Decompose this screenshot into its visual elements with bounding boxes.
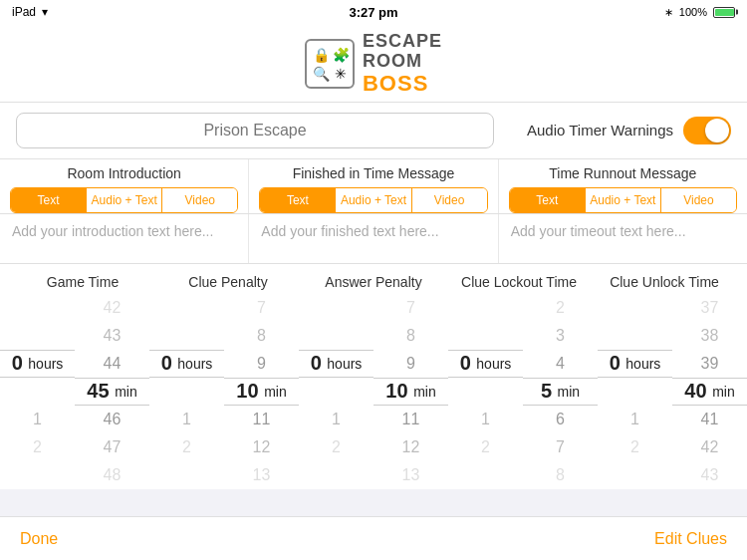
timer-header-4: Clue Unlock Time — [592, 274, 737, 290]
min-val-1-5: 12 — [224, 433, 299, 461]
picker-col-3[interactable]: 0 hours122345 min678 — [448, 294, 598, 489]
status-right: ∗ 100% — [664, 6, 735, 19]
hour-val-3-6 — [448, 461, 523, 489]
min-val-4-0: 37 — [672, 294, 747, 322]
room-name-input[interactable] — [16, 113, 494, 148]
hour-val-1-6 — [149, 461, 224, 489]
hour-val-2-6 — [299, 461, 374, 489]
min-val-0-1: 43 — [75, 322, 149, 350]
hour-val-2-5: 2 — [299, 433, 374, 461]
min-drum-1[interactable]: 78910 min111213 — [224, 294, 299, 489]
min-val-2-4: 11 — [374, 406, 448, 433]
hour-val-3-3 — [448, 378, 523, 406]
min-val-3-4: 6 — [523, 406, 598, 433]
device-label: iPad — [12, 5, 36, 19]
logo-container: 🔒 🧩 🔍 ✳ ESCAPE ROOM BOSS — [305, 32, 442, 96]
timer-headers: Game TimeClue PenaltyAnswer PenaltyClue … — [0, 274, 747, 290]
min-val-3-0: 2 — [523, 294, 598, 322]
seg-btn-1-0[interactable]: Text — [260, 188, 336, 212]
min-drum-3[interactable]: 2345 min678 — [523, 294, 598, 489]
min-val-1-6: 13 — [224, 461, 299, 489]
min-drum-2[interactable]: 78910 min111213 — [374, 294, 448, 489]
hour-val-2-0 — [299, 294, 374, 322]
hour-val-selected-0: 0 hours — [0, 350, 75, 378]
hour-val-selected-1: 0 hours — [149, 350, 224, 378]
min-val-selected-0: 45 min — [75, 378, 149, 406]
segment-buttons-0: TextAudio + TextVideo — [10, 187, 238, 213]
text-placeholder-0: Add your introduction text here... — [12, 223, 213, 239]
hour-drum-1[interactable]: 0 hours12 — [149, 294, 224, 489]
hour-drum-2[interactable]: 0 hours12 — [299, 294, 374, 489]
seg-btn-2-0[interactable]: Text — [510, 188, 586, 212]
seg-btn-2-2[interactable]: Video — [661, 188, 736, 212]
seg-btn-2-1[interactable]: Audio + Text — [586, 188, 661, 212]
hour-val-1-1 — [149, 322, 224, 350]
hour-val-1-4: 1 — [149, 406, 224, 433]
hour-drum-3[interactable]: 0 hours12 — [448, 294, 523, 489]
min-val-1-0: 7 — [224, 294, 299, 322]
segments-row: Room IntroductionTextAudio + TextVideoFi… — [0, 159, 747, 214]
hour-val-4-3 — [598, 378, 672, 406]
min-val-1-1: 8 — [224, 322, 299, 350]
done-button[interactable]: Done — [20, 530, 58, 548]
text-area-section-1[interactable]: Add your finished text here... — [249, 214, 498, 263]
picker-col-0[interactable]: 0 hours1242434445 min464748 — [0, 294, 149, 489]
seg-btn-0-2[interactable]: Video — [162, 188, 237, 212]
audio-toggle-group: Audio Timer Warnings — [527, 117, 731, 144]
text-placeholder-2: Add your timeout text here... — [511, 223, 686, 239]
hour-val-0-1 — [0, 322, 75, 350]
text-areas-row: Add your introduction text here...Add yo… — [0, 214, 747, 264]
picker-col-1[interactable]: 0 hours1278910 min111213 — [149, 294, 299, 489]
audio-label: Audio Timer Warnings — [527, 122, 673, 139]
hour-val-3-5: 2 — [448, 433, 523, 461]
min-val-1-2: 9 — [224, 350, 299, 378]
min-drum-4[interactable]: 37383940 min414243 — [672, 294, 747, 489]
timer-header-1: Clue Penalty — [155, 274, 301, 290]
hour-drum-4[interactable]: 0 hours12 — [598, 294, 672, 489]
segment-buttons-1: TextAudio + TextVideo — [259, 187, 487, 213]
status-bar: iPad ▾ 3:27 pm ∗ 100% — [0, 0, 747, 24]
logo-escape: ESCAPE — [363, 32, 442, 52]
hour-val-2-4: 1 — [299, 406, 374, 433]
min-val-3-1: 3 — [523, 322, 598, 350]
min-val-3-5: 7 — [523, 433, 598, 461]
battery-label: 100% — [679, 6, 707, 18]
logo-room: ROOM — [363, 52, 442, 72]
min-val-2-5: 12 — [374, 433, 448, 461]
magnify-icon: 🔍 — [313, 66, 330, 82]
segment-section-0: Room IntroductionTextAudio + TextVideo — [0, 159, 249, 213]
text-area-section-2[interactable]: Add your timeout text here... — [499, 214, 747, 263]
picker-row: 0 hours1242434445 min4647480 hours127891… — [0, 294, 747, 489]
min-val-0-2: 44 — [75, 350, 149, 378]
audio-toggle[interactable] — [683, 117, 731, 144]
min-drum-0[interactable]: 42434445 min464748 — [75, 294, 149, 489]
min-val-0-5: 47 — [75, 433, 149, 461]
status-time: 3:27 pm — [349, 5, 397, 20]
min-val-2-2: 9 — [374, 350, 448, 378]
toggle-knob — [705, 119, 729, 142]
segment-section-2: Time Runnout MessageTextAudio + TextVide… — [499, 159, 747, 213]
seg-btn-1-2[interactable]: Video — [412, 188, 487, 212]
hour-val-2-3 — [299, 378, 374, 406]
hour-val-4-1 — [598, 322, 672, 350]
hour-drum-0[interactable]: 0 hours12 — [0, 294, 75, 489]
hour-val-2-1 — [299, 322, 374, 350]
timer-section: Game TimeClue PenaltyAnswer PenaltyClue … — [0, 264, 747, 489]
hour-val-1-3 — [149, 378, 224, 406]
bluetooth-icon: ∗ — [664, 6, 673, 19]
text-area-section-0[interactable]: Add your introduction text here... — [0, 214, 249, 263]
bottom-bar: Done Edit Clues — [0, 516, 747, 560]
seg-btn-1-1[interactable]: Audio + Text — [336, 188, 411, 212]
hour-val-0-5: 2 — [0, 433, 75, 461]
hour-val-0-3 — [0, 378, 75, 406]
picker-col-2[interactable]: 0 hours1278910 min111213 — [299, 294, 448, 489]
min-val-2-1: 8 — [374, 322, 448, 350]
min-val-4-1: 38 — [672, 322, 747, 350]
picker-col-4[interactable]: 0 hours1237383940 min414243 — [598, 294, 747, 489]
min-val-selected-4: 40 min — [672, 378, 747, 406]
controls-row: Audio Timer Warnings — [0, 103, 747, 159]
seg-btn-0-1[interactable]: Audio + Text — [87, 188, 162, 212]
seg-btn-0-0[interactable]: Text — [11, 188, 87, 212]
min-val-4-4: 41 — [672, 406, 747, 433]
edit-clues-button[interactable]: Edit Clues — [654, 530, 727, 548]
